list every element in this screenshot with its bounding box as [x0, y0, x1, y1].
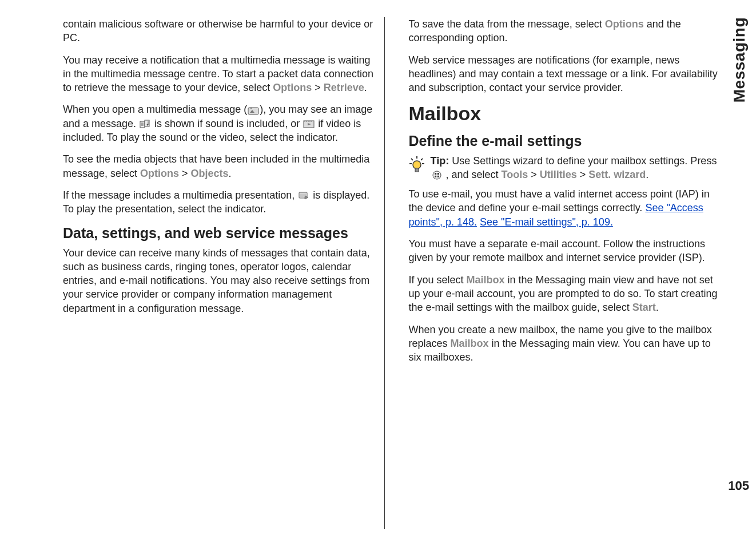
lightbulb-icon — [409, 156, 425, 179]
presentation-icon — [298, 191, 309, 200]
period: . — [656, 302, 659, 313]
side-tab: Messaging — [723, 0, 756, 546]
separator-chevron: > — [528, 169, 540, 180]
two-column-content: contain malicious software or otherwise … — [0, 0, 723, 546]
mailbox-label: Mailbox — [467, 274, 505, 286]
body-text: When you open a multimedia message ( — [63, 104, 247, 115]
right-column: To save the data from the message, selec… — [399, 17, 723, 529]
svg-rect-18 — [437, 173, 439, 175]
svg-rect-19 — [435, 176, 436, 177]
paragraph: To save the data from the message, selec… — [409, 17, 720, 45]
video-icon — [303, 120, 315, 129]
svg-rect-3 — [145, 120, 149, 126]
section-heading-mailbox: Mailbox — [409, 102, 720, 125]
paragraph: Your device can receive many kinds of me… — [63, 246, 374, 315]
manual-page: contain malicious software or otherwise … — [0, 0, 756, 546]
section-heading-data-web: Data, settings, and web service messages — [63, 224, 374, 242]
sound-icon — [140, 120, 151, 129]
paragraph: To see the media objects that have been … — [63, 152, 374, 180]
page-number: 105 — [728, 477, 749, 494]
tip-block: Tip: Use Settings wizard to define your … — [409, 154, 720, 182]
options-label: Options — [605, 18, 644, 30]
svg-point-1 — [250, 108, 252, 109]
chapter-label: Messaging — [729, 17, 750, 102]
body-text: is shown if sound is included, or — [152, 118, 303, 129]
paragraph: If the message includes a multimedia pre… — [63, 188, 374, 216]
retrieve-label: Retrieve — [324, 82, 364, 93]
link-email-settings[interactable]: See "E-mail settings", p. 109. — [480, 216, 613, 228]
objects-label: Objects — [191, 168, 229, 179]
body-text: Use Settings wizard to define your mailb… — [452, 155, 717, 167]
svg-rect-17 — [435, 173, 436, 175]
paragraph: You may receive a notification that a mu… — [63, 53, 374, 95]
body-text: To save the data from the message, selec… — [409, 18, 605, 30]
paragraph: You must have a separate e-mail account.… — [409, 237, 720, 265]
body-text: If you select — [409, 274, 467, 286]
tools-label: Tools — [502, 169, 528, 180]
subsection-heading-email-settings: Define the e-mail settings — [409, 132, 720, 149]
paragraph: When you create a new mailbox, the name … — [409, 323, 720, 365]
options-label: Options — [140, 168, 179, 179]
sett-wizard-label: Sett. wizard — [588, 169, 646, 180]
paragraph: Web service messages are notifications (… — [409, 53, 720, 95]
mms-message-icon — [248, 106, 259, 115]
separator-chevron: > — [179, 168, 191, 179]
paragraph: When you open a multimedia message (), y… — [63, 102, 374, 144]
svg-rect-0 — [248, 108, 258, 114]
paragraph: To use e-mail, you must have a valid int… — [409, 187, 720, 229]
mailbox-label: Mailbox — [451, 338, 489, 349]
paragraph: contain malicious software or otherwise … — [63, 17, 374, 45]
svg-line-9 — [411, 159, 413, 160]
separator-chevron: > — [577, 169, 589, 180]
svg-point-16 — [433, 171, 441, 179]
body-text: , and select — [443, 169, 502, 180]
period: . — [229, 168, 232, 179]
start-label: Start — [632, 302, 656, 313]
svg-point-13 — [413, 161, 421, 169]
period: . — [646, 169, 648, 180]
left-column: contain malicious software or otherwise … — [63, 17, 385, 529]
options-label: Options — [273, 82, 312, 93]
tip-text: Tip: Use Settings wizard to define your … — [431, 154, 720, 182]
svg-line-10 — [421, 159, 423, 160]
paragraph: If you select Mailbox in the Messaging m… — [409, 273, 720, 315]
utilities-label: Utilities — [540, 169, 577, 180]
body-text: If the message includes a multimedia pre… — [63, 189, 297, 201]
menu-key-icon — [431, 171, 443, 180]
separator-chevron: > — [312, 82, 324, 93]
svg-rect-20 — [437, 176, 439, 177]
tip-label: Tip: — [431, 155, 452, 167]
period: . — [364, 82, 367, 93]
